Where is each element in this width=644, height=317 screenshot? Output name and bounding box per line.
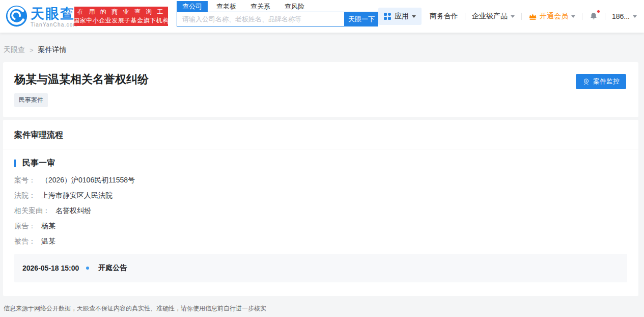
search-tab-relation[interactable]: 查关系: [245, 1, 276, 12]
nav-business-label: 商务合作: [430, 12, 458, 21]
chevron-down-icon: [633, 15, 637, 18]
stage-header: 民事一审: [3, 158, 638, 169]
field-label: 案号：: [14, 176, 36, 184]
case-monitor-button[interactable]: 案件监控: [576, 74, 626, 89]
divider: [521, 13, 522, 20]
breadcrumb-home[interactable]: 天眼查: [4, 45, 25, 55]
nav-open-vip[interactable]: 开通会员: [528, 12, 575, 21]
field-court: 法院： 上海市静安区人民法院: [3, 191, 638, 199]
header-nav: 应用 商务合作 企业级产品 开通会员: [378, 0, 637, 33]
field-label: 被告：: [14, 237, 36, 245]
field-value: （2026）沪0106民初11558号: [41, 176, 135, 184]
nav-business-cooperation[interactable]: 商务合作: [430, 12, 458, 21]
tianyancha-swirl-icon: [5, 5, 28, 30]
chevron-down-icon: [571, 15, 575, 18]
search-button[interactable]: 天眼一下: [345, 12, 378, 27]
stage-title: 民事一审: [22, 158, 55, 169]
timeline-item[interactable]: 2026-05-18 15:00 开庭公告: [14, 254, 627, 282]
promo-badge-line2: 国家中小企业发展子基金旗下机构: [73, 16, 169, 25]
page-title: 杨某与温某相关名誉权纠纷: [14, 72, 627, 87]
section-title: 案件审理流程: [3, 120, 638, 149]
search-tab-company[interactable]: 查公司: [177, 1, 208, 12]
search-block: 查公司 查老板 查关系 查风险 天眼一下: [177, 1, 378, 27]
bell-icon: [589, 12, 598, 21]
account-label: 186...: [612, 12, 630, 20]
case-monitor-label: 案件监控: [593, 77, 620, 86]
nav-enterprise-label: 企业级产品: [472, 12, 508, 21]
breadcrumb: 天眼查 > 案件详情: [0, 33, 644, 62]
monitor-icon: [582, 78, 590, 86]
chevron-down-icon: [412, 15, 416, 18]
search-tabs: 查公司 查老板 查关系 查风险: [177, 1, 378, 12]
field-label: 法院：: [14, 191, 36, 199]
timeline-event: 开庭公告: [98, 263, 127, 273]
search-tab-boss[interactable]: 查老板: [211, 1, 242, 12]
nav-apps-label: 应用: [395, 12, 409, 21]
notifications-bell[interactable]: [589, 12, 598, 21]
notification-badge: [597, 10, 600, 13]
stage-accent-bar: [14, 160, 16, 167]
promo-badge-line1: 都 在 用 的 商 业 查 询 工 具: [66, 8, 177, 16]
divider: [582, 13, 582, 20]
field-value: 温某: [41, 237, 55, 245]
account-menu[interactable]: 186...: [612, 12, 637, 20]
field-cause: 相关案由： 名誉权纠纷: [3, 206, 638, 215]
field-value: 名誉权纠纷: [55, 206, 91, 215]
divider: [465, 13, 465, 20]
logo-domain: TianYanCha.com: [31, 22, 78, 28]
case-process-card: 案件审理流程 民事一审 案号： （2026）沪0106民初11558号 法院： …: [3, 120, 638, 296]
chevron-down-icon: [511, 15, 515, 18]
crown-icon: [528, 13, 537, 20]
nav-enterprise-products[interactable]: 企业级产品: [472, 12, 515, 21]
field-value: 杨某: [41, 222, 55, 230]
field-label: 原告：: [14, 222, 36, 230]
case-header-card: 杨某与温某相关名誉权纠纷 民事案件 案件监控: [3, 62, 638, 117]
field-value: 上海市静安区人民法院: [41, 191, 113, 199]
case-type-badge: 民事案件: [14, 93, 48, 107]
timeline-datetime: 2026-05-18 15:00: [22, 264, 79, 272]
search-input[interactable]: [177, 12, 345, 27]
search-tab-risk[interactable]: 查风险: [279, 1, 310, 12]
breadcrumb-current: 案件详情: [38, 45, 67, 55]
field-plaintiff: 原告： 杨某: [3, 222, 638, 230]
disclaimer-footer: 信息来源于网络公开数据，天眼查不保证内容的真实性、准确性，请你使用信息前自行进一…: [0, 296, 644, 313]
promo-badge: 都 在 用 的 商 业 查 询 工 具 国家中小企业发展子基金旗下机构: [74, 7, 168, 26]
divider: [605, 13, 605, 20]
field-case-number: 案号： （2026）沪0106民初11558号: [3, 176, 638, 184]
top-header: 天眼查 TianYanCha.com 都 在 用 的 商 业 查 询 工 具 国…: [0, 0, 644, 33]
field-label: 相关案由：: [14, 206, 50, 215]
disclaimer-text: 信息来源于网络公开数据，天眼查不保证内容的真实性、准确性，请你使用信息前自行进一…: [4, 305, 266, 312]
apps-grid-icon: [384, 13, 391, 20]
field-defendant: 被告： 温某: [3, 237, 638, 245]
timeline-dot-icon: [86, 267, 89, 270]
nav-apps[interactable]: 应用: [378, 8, 422, 25]
breadcrumb-separator: >: [30, 46, 34, 54]
nav-vip-label: 开通会员: [540, 12, 568, 21]
